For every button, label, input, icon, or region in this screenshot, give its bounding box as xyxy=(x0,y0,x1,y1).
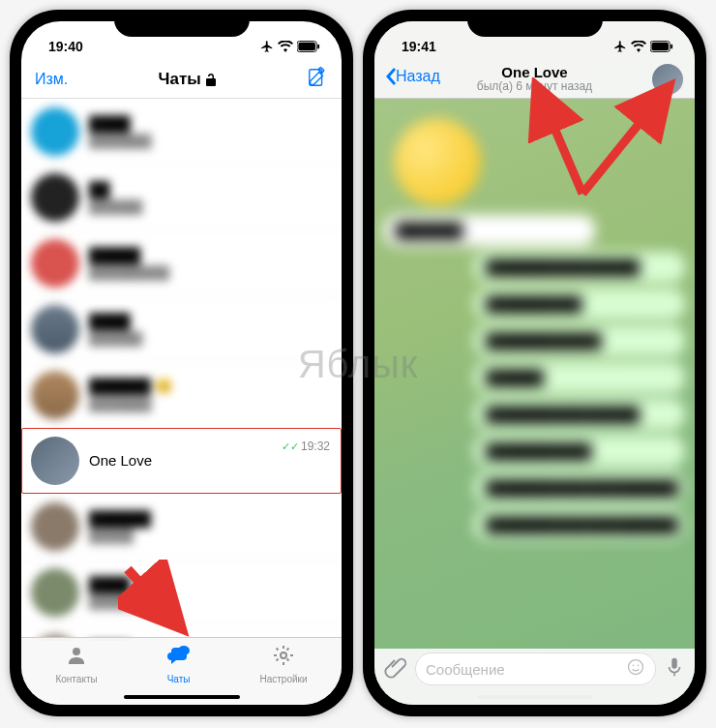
chat-last-seen: был(а) 6 минут назад xyxy=(477,80,592,93)
message-out: ████████████████████ xyxy=(474,472,685,503)
tab-label: Настройки xyxy=(259,674,307,684)
chat-row[interactable]: ██████████████ xyxy=(21,230,342,296)
battery-icon xyxy=(297,41,320,52)
mic-icon xyxy=(664,655,685,679)
message-out: ██████████ xyxy=(474,288,685,319)
chat-row-one-love[interactable]: One Love ✓✓ 19:32 xyxy=(21,428,342,494)
svg-rect-2 xyxy=(317,45,319,49)
read-checks-icon: ✓✓ xyxy=(282,440,299,453)
chevron-left-icon xyxy=(384,68,396,85)
svg-rect-9 xyxy=(651,43,669,50)
battery-icon xyxy=(650,41,673,52)
sticker xyxy=(394,118,481,205)
watermark: Яблык xyxy=(298,343,419,386)
message-out: ████████████ xyxy=(474,325,685,356)
tab-settings[interactable]: Настройки xyxy=(259,644,307,684)
message-out: ████████████████████ xyxy=(474,509,685,540)
message-out: ████████████████ xyxy=(474,399,685,430)
unlock-icon xyxy=(205,73,217,86)
sticker-button[interactable] xyxy=(626,657,645,681)
chat-list[interactable]: ███████████ ████████ ██████████████ ████… xyxy=(21,99,342,641)
svg-point-5 xyxy=(178,646,190,655)
chat-row[interactable]: ███████████ xyxy=(21,99,342,165)
message-out: ████████████████ xyxy=(474,252,685,283)
status-time: 19:40 xyxy=(48,39,83,54)
attach-button[interactable] xyxy=(384,655,407,682)
nav-bar: Изм. Чаты xyxy=(21,60,342,99)
chat-title: One Love xyxy=(477,65,592,81)
tab-chats[interactable]: Чаты xyxy=(166,644,192,684)
message-input[interactable]: Сообщение xyxy=(415,652,656,685)
message-in: ███████ xyxy=(384,215,595,246)
status-time: 19:41 xyxy=(402,39,436,54)
chat-row[interactable]: ██████ 😊███████ xyxy=(21,362,342,428)
svg-point-6 xyxy=(281,652,286,658)
chat-row[interactable]: ███████████ xyxy=(21,494,342,560)
home-indicator[interactable] xyxy=(124,695,240,699)
compose-icon xyxy=(307,67,328,88)
status-indicators xyxy=(613,40,673,53)
svg-rect-1 xyxy=(298,43,315,50)
chat-row[interactable]: ██████████ xyxy=(21,296,342,362)
voice-button[interactable] xyxy=(664,655,685,682)
edit-button[interactable]: Изм. xyxy=(35,71,68,88)
messages-area[interactable]: ███████ ████████████████ ██████████ ████… xyxy=(374,99,695,647)
wifi-icon xyxy=(278,41,293,52)
notch xyxy=(467,10,603,37)
message-out: ███████████ xyxy=(474,436,685,467)
chat-title-area[interactable]: One Love был(а) 6 минут назад xyxy=(477,65,592,94)
back-button[interactable]: Назад xyxy=(384,68,440,85)
paperclip-icon xyxy=(384,655,407,679)
tab-label: Чаты xyxy=(167,674,191,684)
svg-rect-10 xyxy=(671,45,672,49)
sticker-icon xyxy=(626,657,645,677)
chat-row[interactable]: ██████████ xyxy=(21,560,342,625)
chat-row[interactable]: ████████ xyxy=(21,165,342,230)
airplane-icon xyxy=(613,40,627,53)
contacts-icon xyxy=(55,644,97,673)
airplane-icon xyxy=(260,40,274,53)
message-input-bar: Сообщение xyxy=(374,649,695,705)
input-placeholder: Сообщение xyxy=(426,661,505,678)
chats-icon xyxy=(166,644,192,673)
screen-chat-conversation: 19:41 Назад One Love был(а) 6 минут наза… xyxy=(374,21,695,705)
notch xyxy=(114,10,250,37)
status-indicators xyxy=(260,40,320,53)
wifi-icon xyxy=(631,41,646,52)
svg-point-11 xyxy=(629,660,643,675)
svg-point-4 xyxy=(73,648,80,655)
chat-name: One Love xyxy=(89,452,332,469)
chat-time: ✓✓ 19:32 xyxy=(282,440,330,453)
settings-icon xyxy=(259,644,307,673)
message-out: ██████ xyxy=(474,362,685,393)
compose-button[interactable] xyxy=(307,67,328,92)
svg-point-12 xyxy=(633,665,635,667)
screen-chats-list: 19:40 Изм. Чаты ███████████ ████████ ███… xyxy=(21,21,342,705)
svg-rect-14 xyxy=(671,658,677,669)
tab-contacts[interactable]: Контакты xyxy=(55,644,97,684)
page-title: Чаты xyxy=(159,70,217,89)
header-avatar[interactable] xyxy=(652,64,683,95)
svg-point-13 xyxy=(638,665,640,667)
tab-label: Контакты xyxy=(55,674,97,684)
avatar xyxy=(31,437,79,485)
